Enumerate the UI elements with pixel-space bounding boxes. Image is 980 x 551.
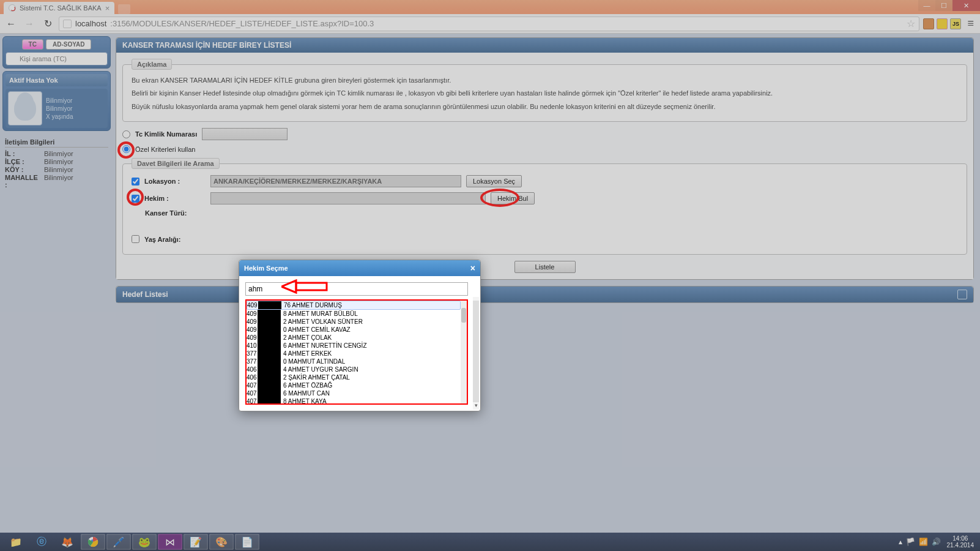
redaction-block [258,358,281,365]
contact-title: İletişim Bilgileri [5,138,108,148]
radio-tc[interactable] [122,130,130,138]
contact-label: MAHALLE : [5,174,42,189]
lokasyon-input[interactable] [210,175,461,187]
checkbox-yas[interactable] [132,235,139,243]
legend-davet: Davet Bilgileri ile Arama [132,158,220,169]
dialog-close-icon[interactable]: × [470,263,475,273]
scroll-down-icon[interactable]: ▾ [473,402,479,410]
radio-ozel[interactable] [122,145,130,153]
tray-date: 21.4.2014 [947,542,974,549]
list-item[interactable]: 4090 AHMET CEMİL KAVAZ [247,326,461,334]
checkbox-lokasyon[interactable] [132,178,139,186]
davet-fieldset: Davet Bilgileri ile Arama Lokasyon : Lok… [122,158,967,255]
list-item[interactable]: 4092 AHMET ÇOLAK [247,334,461,342]
panel-tool-icon[interactable] [957,290,967,299]
window-minimize-button[interactable]: — [918,0,935,11]
tray-clock[interactable]: 14:06 21.4.2014 [945,535,977,549]
avatar-icon [8,91,42,126]
browser-toolbar: ← → ↻ localhost:3156/MODULES/KANSER/HEDE… [0,14,980,34]
taskbar-chrome-icon[interactable] [81,534,105,550]
tray-volume-icon[interactable]: 🔊 [932,538,941,546]
list-item[interactable]: 4078 AHMET KAYA [247,397,461,405]
nav-back-button[interactable]: ← [4,17,18,31]
hekim-bul-button[interactable]: Hekim Bul [491,192,535,204]
description-text: Bu ekran KANSER TARAMALARI İÇİN HEDEF Kİ… [132,76,958,85]
description-text: Büyük nüfuslu lokasyonlarda arama yapmak… [132,102,958,111]
browser-tab[interactable]: Sistemi T.C. SAĞLIK BAKA × [4,2,114,14]
list-item[interactable]: 4092 AHMET VOLKAN SÜNTER [247,318,461,326]
new-tab-button[interactable] [118,4,130,14]
window-maximize-button[interactable]: ☐ [935,0,952,11]
dialog-header[interactable]: Hekim Seçme × [239,260,480,276]
contact-value: Bilinmiyor [44,158,73,165]
list-item[interactable]: 3770 MAHMUT ALTINDAL [247,358,461,365]
browser-menu-button[interactable]: ≡ [965,17,976,30]
taskbar-app-icon[interactable]: 🐸 [132,534,157,550]
checkbox-hekim[interactable] [132,195,139,203]
taskbar-word-icon[interactable]: 📄 [235,534,259,550]
extension-js-icon[interactable]: JS [950,18,961,29]
taskbar-app-icon[interactable]: 📝 [184,534,208,550]
inner-scrollbar[interactable] [461,301,467,403]
app-area: TC AD-SOYAD Aktif Hasta Yok Bilinmiyor B… [0,34,980,533]
list-item[interactable]: 4076 AHMET ÖZBAĞ [247,381,461,389]
side-tab-tc[interactable]: TC [22,39,43,50]
sidebar: TC AD-SOYAD Aktif Hasta Yok Bilinmiyor B… [0,34,113,533]
redaction-block [258,373,281,381]
side-tab-adsoyad[interactable]: AD-SOYAD [46,39,91,50]
dialog-title: Hekim Seçme [244,264,288,272]
redaction-block [258,389,281,397]
tc-input[interactable] [202,128,288,140]
hekim-list: 40976 AHMET DURMUŞ 4098 AHMET MURAT BÜLB… [245,299,468,405]
tab-close-icon[interactable]: × [105,4,110,13]
patient-info-line: Bilinmiyor [46,105,73,112]
extension-icon[interactable] [937,18,948,29]
tray-flag-icon[interactable]: 🏳️ [906,538,915,546]
listele-button[interactable]: Listele [514,261,576,273]
list-item[interactable]: 3774 AHMET ERKEK [247,350,461,358]
radio-tc-label: Tc Kimlik Numarası [135,130,197,138]
list-item[interactable]: 4064 AHMET UYGUR SARGIN [247,365,461,373]
tray-network-icon[interactable]: 📶 [919,538,928,546]
tray-up-icon[interactable]: ▴ [899,538,902,546]
nav-reload-button[interactable]: ↻ [40,17,55,31]
taskbar-paint-icon[interactable]: 🎨 [209,534,234,550]
list-item[interactable]: 4106 AHMET NURETTİN CENGİZ [247,342,461,350]
hekim-input[interactable] [210,192,486,204]
lokasyon-sec-button[interactable]: Lokasyon Seç [466,175,522,187]
contact-value: Bilinmiyor [44,174,73,189]
page-icon [63,20,72,28]
outer-scrollbar[interactable]: ▾ [473,297,479,410]
contact-value: Bilinmiyor [44,150,73,157]
patient-info-line: X yaşında [46,113,73,120]
active-patient-label: Aktif Hasta Yok [6,74,108,86]
list-item[interactable]: 4062 ŞAKİR AHMET ÇATAL [247,373,461,381]
taskbar-visualstudio-icon[interactable]: ⋈ [158,534,182,550]
sidebar-search-card: TC AD-SOYAD [2,36,111,69]
contact-label: İL : [5,150,42,157]
url-host: localhost [75,19,106,28]
address-bar[interactable]: localhost:3156/MODULES/KANSER/HEDEF_LIST… [59,17,919,31]
hekim-search-input[interactable] [245,282,468,296]
redaction-block [258,342,281,350]
hekim-label: Hekim : [144,195,206,202]
browser-tabstrip: Sistemi T.C. SAĞLIK BAKA × — ☐ ✕ [0,0,980,14]
taskbar-firefox-icon[interactable]: 🦊 [55,534,80,550]
patient-info-line: Bilinmiyor [46,97,73,104]
list-item[interactable]: 4076 MAHMUT CAN [247,389,461,397]
sidebar-search-input[interactable] [6,52,108,66]
window-close-button[interactable]: ✕ [952,0,980,11]
list-item[interactable]: 40976 AHMET DURMUŞ [247,301,461,310]
url-path: :3156/MODULES/KANSER/HEDEF_LISTE/HEDEF_L… [110,19,374,28]
tab-title: Sistemi T.C. SAĞLIK BAKA [20,4,102,12]
taskbar-explorer-icon[interactable]: 📁 [4,534,28,550]
lokasyon-label: Lokasyon : [144,178,206,185]
nav-forward-button[interactable]: → [22,17,37,31]
tray-time: 14:06 [947,535,974,542]
taskbar-app-icon[interactable]: 🖊️ [106,534,131,550]
bookmark-star-icon[interactable]: ☆ [907,18,915,29]
list-item[interactable]: 4098 AHMET MURAT BÜLBÜL [247,310,461,318]
extension-icon[interactable] [923,18,934,29]
contact-block: İletişim Bilgileri İL :Bilinmiyor İLÇE :… [2,136,111,192]
taskbar-ie-icon[interactable]: ⓔ [29,534,54,550]
